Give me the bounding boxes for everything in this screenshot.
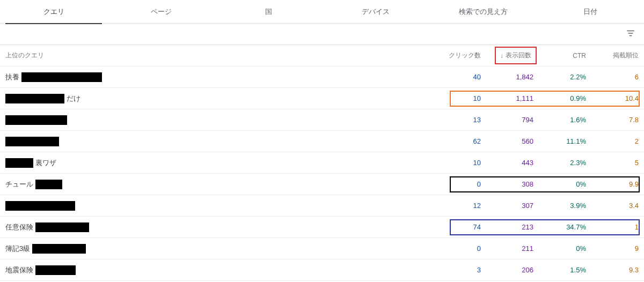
queries-table: 上位のクエリ クリック数 ↓ 表示回数 CTR 掲載順位 扶養401,8422.… (0, 45, 644, 281)
ctr-cell: 2.3% (533, 159, 586, 167)
col-ctr[interactable]: CTR (533, 52, 586, 60)
tab-appearance[interactable]: 検索での見え方 (429, 0, 537, 24)
redacted-text (5, 137, 59, 146)
ctr-cell: 34.7% (533, 223, 586, 231)
clicks-cell: 3 (428, 266, 481, 274)
tab-devices[interactable]: デバイス (322, 0, 429, 24)
clicks-cell: 62 (428, 137, 481, 145)
col-impressions-label: 表示回数 (506, 51, 531, 60)
tab-queries[interactable]: クエリ (0, 0, 107, 24)
table-row[interactable]: 6256011.1%2 (0, 131, 644, 152)
redacted-text (5, 94, 64, 103)
impressions-cell: 1,111 (481, 94, 533, 102)
impressions-cell: 206 (481, 266, 533, 274)
clicks-cell: 13 (428, 116, 481, 124)
impressions-cell: 307 (481, 202, 533, 210)
table-row[interactable]: 扶養401,8422.2%6 (0, 66, 644, 88)
clicks-cell: 10 (428, 94, 481, 102)
ctr-cell: 1.5% (533, 266, 586, 274)
redacted-text (21, 72, 102, 82)
tabs-bar: クエリ ページ 国 デバイス 検索での見え方 日付 (0, 0, 644, 24)
clicks-cell: 0 (428, 244, 481, 253)
col-query[interactable]: 上位のクエリ (5, 51, 428, 60)
query-text-suffix: 裏ワザ (35, 158, 56, 168)
col-position[interactable]: 掲載順位 (586, 51, 639, 60)
position-cell: 6 (586, 73, 639, 81)
query-text-prefix: 地震保険 (5, 265, 33, 275)
query-text-suffix: だけ (67, 94, 80, 103)
position-cell: 9 (586, 244, 639, 253)
redacted-text (5, 158, 33, 168)
table-row[interactable]: だけ101,1110.9%10.4 (0, 88, 644, 109)
query-text-prefix: チュール (5, 180, 33, 189)
redacted-text (35, 265, 76, 275)
clicks-cell: 10 (428, 159, 481, 167)
position-cell: 7.8 (586, 116, 639, 124)
impressions-cell: 308 (481, 180, 533, 188)
query-cell[interactable]: 地震保険 (5, 265, 428, 275)
query-cell[interactable] (5, 137, 428, 146)
clicks-cell: 12 (428, 202, 481, 210)
query-cell[interactable] (5, 115, 428, 125)
ctr-cell: 0% (533, 180, 586, 188)
position-cell: 9.3 (586, 266, 639, 274)
table-row[interactable]: 簿記3級02110%9 (0, 238, 644, 259)
tab-dates[interactable]: 日付 (537, 0, 644, 24)
position-cell: 9.9 (586, 180, 639, 188)
query-cell[interactable]: 扶養 (5, 72, 428, 82)
col-clicks[interactable]: クリック数 (428, 51, 481, 60)
table-row[interactable]: 任意保険7421334.7%1 (0, 217, 644, 238)
impressions-cell: 1,842 (481, 73, 533, 81)
impressions-cell: 560 (481, 137, 533, 145)
redacted-text (35, 180, 62, 189)
query-cell[interactable]: 裏ワザ (5, 158, 428, 168)
impressions-cell: 211 (481, 244, 533, 253)
redacted-text (32, 244, 86, 254)
query-text-prefix: 扶養 (5, 72, 19, 82)
impressions-cell: 213 (481, 223, 533, 231)
redacted-text (5, 115, 67, 125)
col-impressions[interactable]: ↓ 表示回数 (481, 47, 533, 64)
ctr-cell: 3.9% (533, 202, 586, 210)
tab-countries[interactable]: 国 (215, 0, 322, 24)
impressions-cell: 794 (481, 116, 533, 124)
query-cell[interactable]: 任意保険 (5, 222, 428, 232)
ctr-cell: 11.1% (533, 137, 586, 145)
ctr-cell: 0.9% (533, 94, 586, 102)
position-cell: 1 (586, 223, 639, 231)
position-cell: 3.4 (586, 202, 639, 210)
filter-icon[interactable] (626, 28, 635, 40)
tab-pages[interactable]: ページ (107, 0, 215, 24)
query-text-prefix: 簿記3級 (5, 244, 30, 254)
ctr-cell: 0% (533, 244, 586, 253)
table-row[interactable]: 123073.9%3.4 (0, 195, 644, 217)
table-row[interactable]: 地震保険32061.5%9.3 (0, 259, 644, 281)
ctr-cell: 1.6% (533, 116, 586, 124)
clicks-cell: 0 (428, 180, 481, 188)
clicks-cell: 40 (428, 73, 481, 81)
redacted-text (35, 222, 89, 232)
position-cell: 5 (586, 159, 639, 167)
redacted-text (5, 201, 75, 211)
sort-desc-icon: ↓ (500, 52, 503, 60)
table-row[interactable]: チュール03080%9.9 (0, 174, 644, 195)
filter-row (0, 24, 644, 45)
query-cell[interactable]: だけ (5, 94, 428, 103)
query-cell[interactable] (5, 201, 428, 211)
clicks-cell: 74 (428, 223, 481, 231)
table-row[interactable]: 裏ワザ104432.3%5 (0, 152, 644, 174)
ctr-cell: 2.2% (533, 73, 586, 81)
impressions-cell: 443 (481, 159, 533, 167)
impressions-sort-header[interactable]: ↓ 表示回数 (495, 47, 537, 64)
query-cell[interactable]: 簿記3級 (5, 244, 428, 254)
query-text-prefix: 任意保険 (5, 222, 33, 232)
position-cell: 2 (586, 137, 639, 145)
query-cell[interactable]: チュール (5, 180, 428, 189)
table-row[interactable]: 137941.6%7.8 (0, 109, 644, 131)
table-header-row: 上位のクエリ クリック数 ↓ 表示回数 CTR 掲載順位 (0, 45, 644, 66)
position-cell: 10.4 (586, 94, 639, 102)
